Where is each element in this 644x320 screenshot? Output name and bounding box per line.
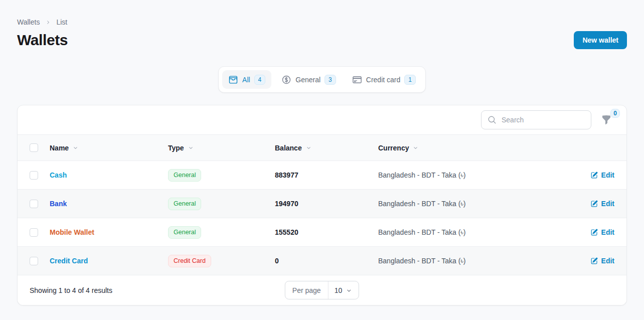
edit-label: Edit <box>601 228 614 236</box>
filter-count-badge: 0 <box>610 109 620 118</box>
page-title: Wallets <box>17 32 68 49</box>
pencil-square-icon <box>590 200 598 208</box>
wallet-icon <box>228 75 238 85</box>
wallet-name-link[interactable]: Credit Card <box>50 257 88 265</box>
type-badge: General <box>168 198 201 210</box>
header-checkbox-cell <box>30 143 50 152</box>
breadcrumb: Wallets List <box>17 0 627 26</box>
breadcrumb-wallets[interactable]: Wallets <box>17 18 40 26</box>
select-all-checkbox[interactable] <box>30 143 38 152</box>
tab-count-badge: 1 <box>404 75 416 85</box>
per-page-select[interactable]: 10 <box>328 281 359 299</box>
table-row: Bank General 194970 Bangladesh - BDT - T… <box>18 190 626 218</box>
currency-value: Bangladesh - BDT - Taka (৳) <box>378 200 465 208</box>
tabs: All 4 General 3 Credit card 1 <box>218 66 426 93</box>
funnel-icon <box>601 115 611 125</box>
column-header-balance[interactable]: Balance <box>275 144 378 152</box>
sort-chevron-down-icon <box>188 144 194 151</box>
wallets-table-card: 0 Name Type Balance Currency <box>17 105 627 305</box>
tab-item[interactable]: Credit card 1 <box>346 70 422 89</box>
balance-value: 155520 <box>275 228 298 236</box>
wallet-name-link[interactable]: Cash <box>50 171 67 179</box>
balance-value: 883977 <box>275 171 298 179</box>
edit-label: Edit <box>601 171 614 179</box>
table-row: Mobile Wallet General 155520 Bangladesh … <box>18 218 626 247</box>
currency-value: Bangladesh - BDT - Taka (৳) <box>378 228 465 236</box>
column-header-name[interactable]: Name <box>50 144 168 152</box>
currency-value: Bangladesh - BDT - Taka (৳) <box>378 171 465 179</box>
new-wallet-button[interactable]: New wallet <box>574 31 627 49</box>
search-box[interactable] <box>481 110 591 129</box>
column-header-currency[interactable]: Currency <box>378 144 564 152</box>
chevron-right-icon <box>45 19 51 26</box>
results-summary: Showing 1 to 4 of 4 results <box>30 286 112 294</box>
edit-label: Edit <box>601 200 614 208</box>
wallets-list-page: Wallets List Wallets New wallet All 4 Ge… <box>0 0 644 305</box>
row-checkbox[interactable] <box>30 200 38 208</box>
tab-item[interactable]: General 3 <box>275 70 342 89</box>
filter-button[interactable]: 0 <box>599 113 613 127</box>
chevron-down-icon <box>346 287 353 294</box>
per-page-control[interactable]: Per page 10 <box>285 281 359 299</box>
table-footer: Showing 1 to 4 of 4 results Per page 10 <box>18 275 626 305</box>
table-row: Cash General 883977 Bangladesh - BDT - T… <box>18 161 626 190</box>
per-page-value: 10 <box>335 286 343 294</box>
tab-label: General <box>295 76 320 84</box>
table-toolbar: 0 <box>18 105 626 135</box>
breadcrumb-list[interactable]: List <box>56 18 67 26</box>
search-input[interactable] <box>501 115 585 124</box>
table-row: Credit Card Credit Card 0 Bangladesh - B… <box>18 247 626 275</box>
sort-chevron-down-icon <box>72 144 79 151</box>
currency-value: Bangladesh - BDT - Taka (৳) <box>378 257 465 265</box>
balance-value: 0 <box>275 257 279 265</box>
row-checkbox-cell <box>30 228 50 237</box>
pencil-square-icon <box>590 257 598 265</box>
row-checkbox[interactable] <box>30 257 38 265</box>
page-header: Wallets New wallet <box>17 31 627 49</box>
edit-action[interactable]: Edit <box>590 171 614 179</box>
pencil-square-icon <box>590 171 598 179</box>
wallet-name-link[interactable]: Mobile Wallet <box>50 228 94 236</box>
tab-label: All <box>242 76 250 84</box>
sort-chevron-down-icon <box>305 144 312 151</box>
row-checkbox-cell <box>30 171 50 180</box>
tab-count-badge: 3 <box>325 75 336 85</box>
edit-label: Edit <box>601 257 614 265</box>
table-header-row: Name Type Balance Currency <box>18 135 626 161</box>
type-badge: General <box>168 226 201 239</box>
column-header-type[interactable]: Type <box>168 144 275 152</box>
table-body: Cash General 883977 Bangladesh - BDT - T… <box>18 161 626 275</box>
search-icon <box>488 115 497 124</box>
type-badge: General <box>168 169 201 182</box>
per-page-label: Per page <box>285 286 328 294</box>
tab-item[interactable]: All 4 <box>222 70 271 89</box>
row-checkbox-cell <box>30 257 50 265</box>
sort-chevron-down-icon <box>412 144 419 151</box>
edit-action[interactable]: Edit <box>590 257 614 265</box>
tab-count-badge: 4 <box>254 75 266 85</box>
edit-action[interactable]: Edit <box>590 228 614 236</box>
row-checkbox-cell <box>30 200 50 208</box>
edit-action[interactable]: Edit <box>590 200 614 208</box>
credit-card-icon <box>352 75 362 85</box>
row-checkbox[interactable] <box>30 171 38 180</box>
balance-value: 194970 <box>275 200 298 208</box>
tabs-wrap: All 4 General 3 Credit card 1 <box>17 66 627 93</box>
pencil-square-icon <box>590 228 598 236</box>
wallet-name-link[interactable]: Bank <box>50 200 67 208</box>
currency-dollar-icon <box>281 75 291 85</box>
row-checkbox[interactable] <box>30 228 38 237</box>
tab-label: Credit card <box>366 76 400 84</box>
type-badge: Credit Card <box>168 255 211 267</box>
